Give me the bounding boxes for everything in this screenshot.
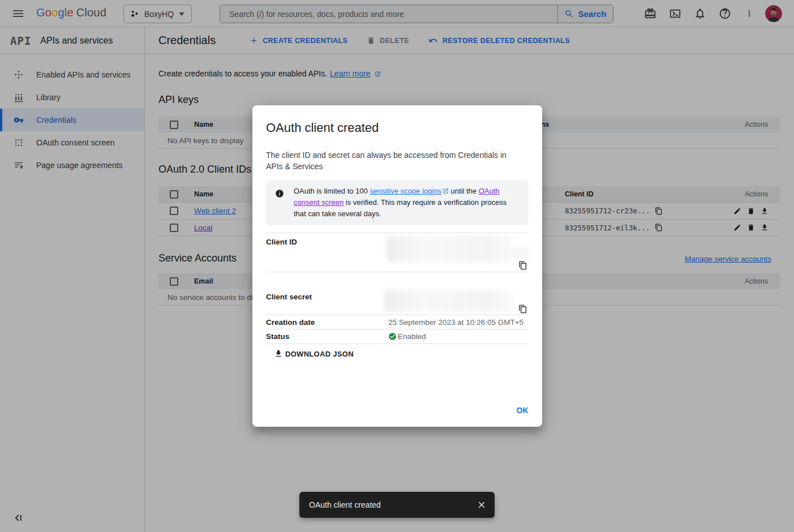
client-id-redacted-value [387, 236, 513, 262]
creation-date-label: Creation date [266, 318, 388, 327]
download-json-button[interactable]: DOWNLOAD JSON [266, 349, 354, 358]
credential-fields: Client ID Client secret Creation date 25… [266, 233, 529, 344]
info-icon [275, 189, 284, 198]
screen: Google Cloud BoxyHQ Search [0, 0, 794, 532]
client-id-redacted-value [514, 248, 530, 258]
row-spacer [266, 272, 529, 288]
client-id-row: Client ID [266, 233, 529, 272]
dialog-description: The client ID and secret can always be a… [266, 149, 518, 172]
copy-icon[interactable] [518, 261, 527, 270]
snackbar: OAuth client created [299, 492, 495, 518]
download-icon [274, 349, 283, 358]
copy-icon[interactable] [518, 304, 527, 314]
dialog-title: OAuth client created [266, 105, 529, 135]
info-banner: OAuth is limited to 100 sensitive scope … [266, 180, 529, 225]
close-icon[interactable] [477, 500, 487, 510]
info-text: OAuth is limited to 100 sensitive scope … [294, 186, 520, 220]
client-secret-label: Client secret [266, 288, 388, 301]
creation-date-value: 25 September 2023 at 10:26:05 GMT+5 [388, 318, 523, 327]
client-id-label: Client ID [266, 233, 388, 246]
external-link-icon [443, 188, 449, 194]
client-secret-redacted-value [384, 290, 513, 312]
snackbar-message: OAuth client created [309, 500, 381, 509]
status-label: Status [266, 332, 388, 341]
oauth-client-created-dialog: OAuth client created The client ID and s… [252, 105, 542, 427]
status-badge: Enabled [398, 332, 426, 341]
status-row: Status Enabled [266, 329, 529, 344]
sensitive-scope-logins-link[interactable]: sensitive scope logins [370, 187, 441, 195]
ok-button[interactable]: OK [516, 406, 529, 415]
creation-date-row: Creation date 25 September 2023 at 10:26… [266, 315, 529, 329]
check-circle-icon [388, 332, 397, 341]
client-secret-row: Client secret [266, 288, 529, 315]
